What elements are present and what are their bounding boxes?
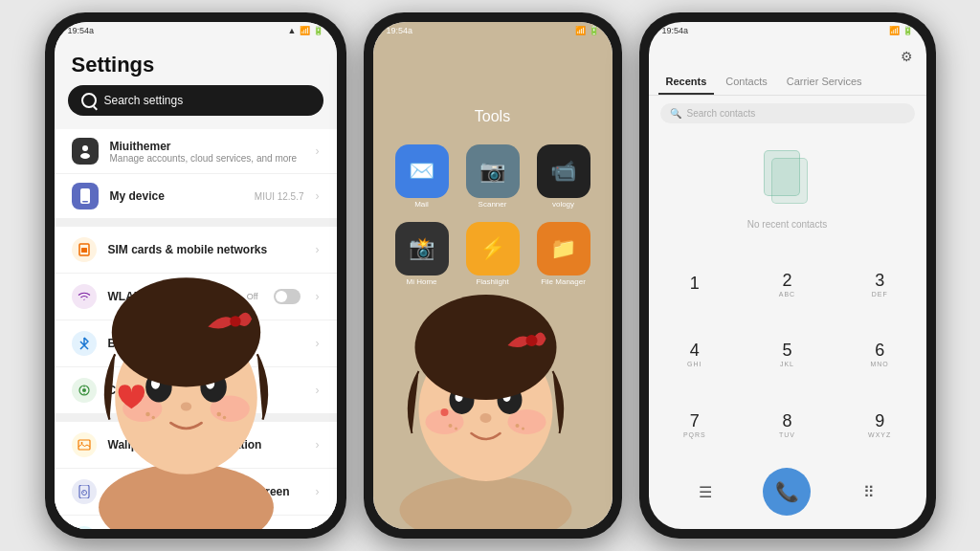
status-icons-right: 📶 🔋 [889,26,913,35]
key-2[interactable]: 2ABC [741,249,834,320]
time-left: 19:54a [68,26,95,35]
svg-rect-3 [82,201,88,203]
connection-text: Connection & sharing [108,384,304,397]
key-dialpad[interactable]: ⠿ [851,474,887,510]
svg-point-48 [455,428,457,430]
mydevice-chevron: › [316,189,320,203]
status-bar-left: 19:54a ▲ 📶 🔋 [55,22,337,37]
svg-point-51 [440,408,448,416]
settings-item-wallpaper[interactable]: Wallpaper & personalisation › [55,422,337,469]
app-slot-filemanager[interactable]: 📁 File Manager [535,222,592,286]
aod-chevron: › [316,485,320,498]
settings-item-wlan[interactable]: WLAN Off › [55,274,337,320]
svg-point-45 [414,295,556,400]
key-7[interactable]: 7PQRS [649,389,742,460]
svg-point-42 [455,392,462,402]
status-icons-left: ▲ 📶 🔋 [288,26,323,35]
settings-item-aod[interactable]: Always-on display & Lock screen › [55,469,337,516]
mydevice-title: My device [110,189,243,203]
settings-item-mydevice[interactable]: My device MIUI 12.5.7 › [55,174,337,219]
dialer-tabs: Recents Contacts Carrier Services [649,70,926,96]
aod-text: Always-on display & Lock screen [108,485,304,498]
connection-title: Connection & sharing [108,384,304,397]
miuithemer-icon [72,138,99,165]
sim-text: SIM cards & mobile networks [108,243,304,256]
aod-title: Always-on display & Lock screen [108,485,304,498]
app-label-flashlight: Flashlight [476,277,508,286]
svg-point-50 [522,428,524,430]
status-icons-middle: 📶 🔋 [575,26,599,35]
key-5[interactable]: 5JKL [741,320,834,390]
search-placeholder: Search contacts [687,108,756,119]
bluetooth-title: Bluetooth [108,337,304,350]
wallpaper-title: Wallpaper & personalisation [108,438,304,452]
wlan-toggle[interactable] [274,289,301,304]
svg-point-39 [507,409,546,434]
key-1[interactable]: 1 [649,249,742,320]
settings-item-connection[interactable]: Connection & sharing › [55,367,337,414]
key-9[interactable]: 9WXYZ [834,389,926,460]
svg-rect-5 [81,248,87,253]
app-icon-filemanager: 📁 [537,222,590,276]
app-label-mihome: Mi Home [406,277,436,286]
gear-icon[interactable]: ⚙ [901,49,913,64]
status-bar-middle: 19:54a 📶 🔋 [373,22,612,37]
middle-phone: 19:54a 📶 🔋 Tools ✉️ Mail 📷 Scanner [364,12,622,539]
app-slot-mail[interactable]: ✉️ Mail [393,144,451,209]
settings-screen: 19:54a ▲ 📶 🔋 Settings Search settings Mi… [55,22,337,529]
svg-point-37 [418,338,552,481]
svg-point-46 [525,335,537,346]
settings-item-bluetooth[interactable]: Bluetooth › [55,320,337,367]
app-icon-vology: 📹 [537,144,590,198]
key-3[interactable]: 3DEF [834,249,926,320]
search-bar[interactable]: Search settings [68,85,323,116]
connection-chevron: › [316,384,320,397]
svg-point-0 [82,145,88,151]
contact-cards-icon [764,150,812,206]
display-icon [72,526,97,529]
divider-2 [55,414,337,422]
status-bar-right: 19:54a 📶 🔋 [649,22,926,37]
dialer-search-bar[interactable]: 🔍 Search contacts [660,103,915,123]
mydevice-icon [72,183,99,209]
miuithemer-text: Miuithemer Manage accounts, cloud servic… [110,140,304,164]
tab-recents[interactable]: Recents [658,70,715,95]
left-phone: 19:54a ▲ 📶 🔋 Settings Search settings Mi… [45,12,346,539]
wallpaper-text: Wallpaper & personalisation [108,438,304,452]
key-menu[interactable]: ☰ [687,474,724,510]
app-label-scanner: Scanner [479,200,507,209]
no-contacts-text: No recent contacts [747,219,827,230]
keypad: 1 2ABC 3DEF 4GHI 5JKL 6MNO 7PQRS 8TUV 9W… [649,249,926,460]
tab-carrier-services[interactable]: Carrier Services [779,70,870,95]
tab-contacts[interactable]: Contacts [718,70,774,95]
svg-point-43 [502,392,510,402]
search-icon [81,93,97,108]
svg-point-49 [515,424,519,428]
call-button[interactable]: 📞 [763,468,811,516]
settings-item-display[interactable]: Display › [55,516,337,529]
miuithemer-sub: Manage accounts, cloud services, and mor… [110,153,304,164]
time-right: 19:54a [662,26,689,35]
wlan-icon [72,284,97,309]
sim-title: SIM cards & mobile networks [108,243,304,256]
key-8[interactable]: 8TUV [741,389,834,460]
wlan-chevron: › [316,290,320,303]
key-6[interactable]: 6MNO [834,320,926,390]
bluetooth-chevron: › [316,337,320,350]
bluetooth-icon [72,331,97,356]
folder-label: Tools [475,108,510,125]
app-label-mail: Mail [414,200,429,209]
search-icon-right: 🔍 [670,108,681,119]
keypad-bottom: ☰ 📞 ⠿ [649,460,926,529]
settings-item-sim[interactable]: SIM cards & mobile networks › [55,227,337,274]
settings-item-miuithemer[interactable]: Miuithemer Manage accounts, cloud servic… [55,129,337,174]
key-4[interactable]: 4GHI [649,320,742,390]
svg-point-38 [425,409,463,434]
divider-1 [55,219,337,227]
right-phone: 19:54a 📶 🔋 ⚙ Recents Contacts Carrier Se… [639,12,936,539]
app-grid: ✉️ Mail 📷 Scanner 📹 vology 📸 Mi Home [374,144,612,286]
app-slot-mihome[interactable]: 📸 Mi Home [393,222,451,286]
app-slot-scanner[interactable]: 📷 Scanner [464,144,522,209]
app-slot-flashlight[interactable]: ⚡ Flashlight [464,222,522,286]
app-slot-vology[interactable]: 📹 vology [535,144,592,209]
